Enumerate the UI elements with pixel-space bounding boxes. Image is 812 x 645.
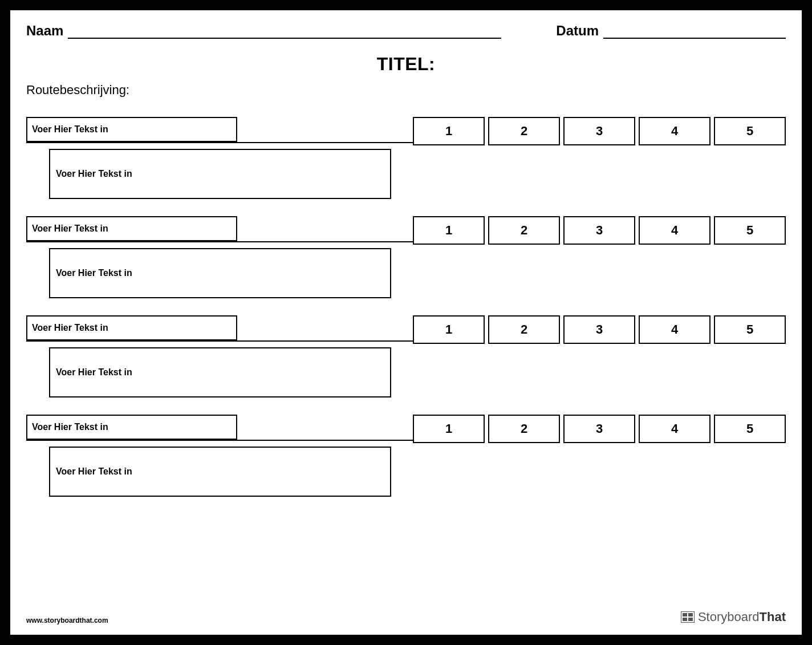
rating-cell[interactable]: 2 xyxy=(488,315,560,344)
date-label: Datum xyxy=(556,23,603,39)
rating-cells: 1 2 3 4 5 xyxy=(413,216,786,245)
footer: www.storyboardthat.com StoryboardThat xyxy=(26,610,786,624)
rating-cell[interactable]: 1 xyxy=(413,117,485,145)
rating-cell[interactable]: 3 xyxy=(563,216,635,245)
rating-cells: 1 2 3 4 5 xyxy=(413,315,786,344)
item-row: Voer Hier Tekst in Voer Hier Tekst in 1 … xyxy=(26,117,786,199)
small-text-box[interactable]: Voer Hier Tekst in xyxy=(26,315,237,340)
rating-cell[interactable]: 1 xyxy=(413,315,485,344)
date-input-line[interactable] xyxy=(603,25,786,39)
rating-cell[interactable]: 5 xyxy=(714,117,786,145)
rating-cell[interactable]: 5 xyxy=(714,415,786,443)
rating-cell[interactable]: 2 xyxy=(488,216,560,245)
name-label: Naam xyxy=(26,23,68,39)
item-row: Voer Hier Tekst in Voer Hier Tekst in 1 … xyxy=(26,415,786,497)
large-text-box[interactable]: Voer Hier Tekst in xyxy=(49,447,391,497)
small-text-box[interactable]: Voer Hier Tekst in xyxy=(26,415,237,440)
directions-label: Routebeschrijving: xyxy=(26,83,786,98)
rating-cell[interactable]: 2 xyxy=(488,415,560,443)
connector-line xyxy=(26,241,414,245)
rating-cell[interactable]: 4 xyxy=(639,415,710,443)
storyboard-icon xyxy=(681,611,695,623)
svg-rect-4 xyxy=(688,618,693,621)
large-text-box[interactable]: Voer Hier Tekst in xyxy=(49,248,391,298)
rating-cells: 1 2 3 4 5 xyxy=(413,415,786,443)
brand-suffix: That xyxy=(760,610,786,624)
small-text-box[interactable]: Voer Hier Tekst in xyxy=(26,216,237,241)
rating-cell[interactable]: 3 xyxy=(563,415,635,443)
svg-rect-2 xyxy=(688,613,693,616)
rows-container: Voer Hier Tekst in Voer Hier Tekst in 1 … xyxy=(26,117,786,497)
connector-line xyxy=(26,440,414,443)
footer-url: www.storyboardthat.com xyxy=(26,616,108,624)
rating-cell[interactable]: 5 xyxy=(714,315,786,344)
item-row: Voer Hier Tekst in Voer Hier Tekst in 1 … xyxy=(26,315,786,397)
rating-cell[interactable]: 2 xyxy=(488,117,560,145)
item-left: Voer Hier Tekst in Voer Hier Tekst in xyxy=(26,315,403,397)
svg-rect-3 xyxy=(683,618,687,621)
brand-prefix: Storyboard xyxy=(698,610,760,624)
item-left: Voer Hier Tekst in Voer Hier Tekst in xyxy=(26,216,403,298)
connector-line xyxy=(26,340,414,344)
rating-cell[interactable]: 3 xyxy=(563,117,635,145)
header-date-group: Datum xyxy=(546,23,786,39)
large-text-box[interactable]: Voer Hier Tekst in xyxy=(49,149,391,199)
rating-cell[interactable]: 4 xyxy=(639,315,710,344)
rating-cell[interactable]: 1 xyxy=(413,216,485,245)
worksheet-page: Naam Datum TITEL: Routebeschrijving: Voe… xyxy=(10,10,802,635)
large-text-box[interactable]: Voer Hier Tekst in xyxy=(49,347,391,397)
svg-rect-1 xyxy=(683,613,687,616)
rating-cell[interactable]: 4 xyxy=(639,216,710,245)
small-text-box[interactable]: Voer Hier Tekst in xyxy=(26,117,237,142)
item-left: Voer Hier Tekst in Voer Hier Tekst in xyxy=(26,117,403,199)
rating-cell[interactable]: 3 xyxy=(563,315,635,344)
rating-cell[interactable]: 4 xyxy=(639,117,710,145)
rating-cell[interactable]: 5 xyxy=(714,216,786,245)
connector-line xyxy=(26,142,414,145)
header-name-group: Naam xyxy=(26,23,541,39)
brand-logo: StoryboardThat xyxy=(681,610,786,624)
brand-text: StoryboardThat xyxy=(698,610,786,624)
name-input-line[interactable] xyxy=(68,25,501,39)
rating-cells: 1 2 3 4 5 xyxy=(413,117,786,145)
page-title: TITEL: xyxy=(26,54,786,75)
header-row: Naam Datum xyxy=(26,23,786,39)
rating-cell[interactable]: 1 xyxy=(413,415,485,443)
item-left: Voer Hier Tekst in Voer Hier Tekst in xyxy=(26,415,403,497)
item-row: Voer Hier Tekst in Voer Hier Tekst in 1 … xyxy=(26,216,786,298)
